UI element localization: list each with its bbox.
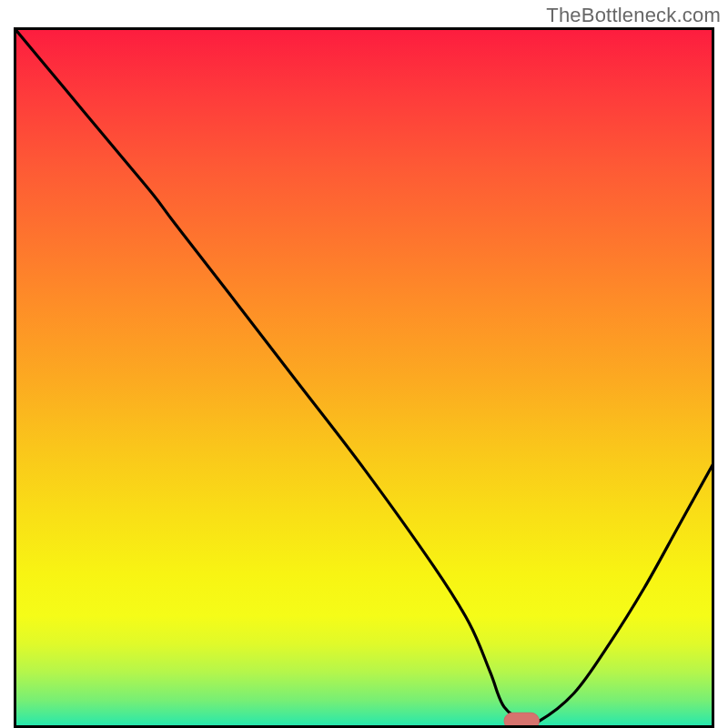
source-domain-label: TheBottleneck.com: [546, 4, 721, 27]
bottleneck-chart: [14, 27, 714, 728]
chart-container: { "header": { "domain_url": "TheBottlene…: [0, 0, 728, 728]
chart-background-gradient: [14, 27, 714, 728]
